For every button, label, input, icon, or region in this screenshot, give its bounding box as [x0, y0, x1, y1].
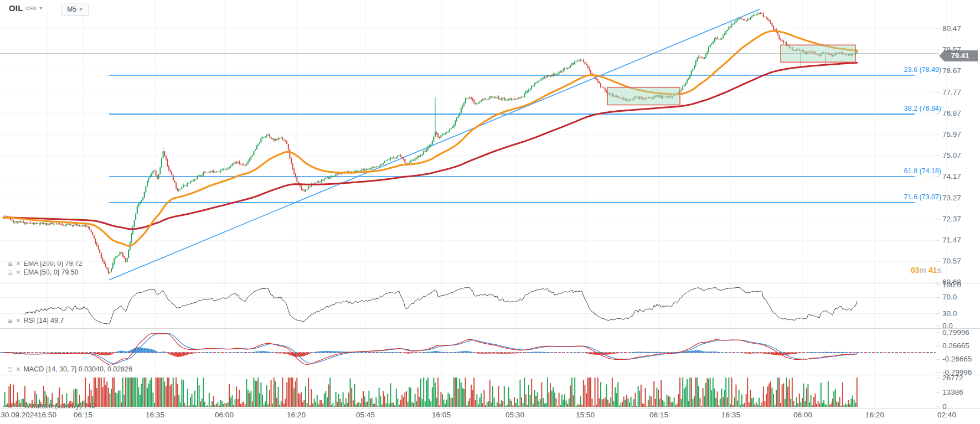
rsi-tick-label: 70.0	[942, 293, 957, 301]
chevron-down-icon: ▾	[39, 6, 42, 11]
chevron-down-icon: ▾	[80, 7, 82, 12]
time-tick-label: 16:50	[38, 411, 56, 419]
price-tick-label: 75.97	[942, 130, 961, 138]
market-type-label: CFD	[26, 6, 37, 11]
price-tick-label: 76.87	[942, 109, 961, 117]
symbol-name: OIL	[9, 3, 23, 13]
macd-tick-label: -0.26665	[942, 355, 972, 363]
time-tick-label: 16:35	[146, 411, 164, 419]
price-tick-label: 72.37	[942, 215, 961, 223]
macd-tick-label: 0.26665	[942, 342, 969, 350]
volume-tick-label: 0	[942, 402, 947, 411]
price-tick-label: 79.57	[942, 45, 961, 54]
volume-tick-label: 26772	[942, 374, 963, 382]
symbol-selector[interactable]: OIL CFD ▾	[9, 3, 42, 13]
chart-canvas[interactable]	[0, 0, 980, 424]
timer-seconds: 41	[929, 266, 937, 275]
price-tick-label: 75.07	[942, 151, 961, 159]
time-tick-label: 02:40	[937, 411, 956, 419]
price-tick-label: 78.67	[942, 66, 961, 75]
price-tick-label: 73.27	[942, 194, 961, 202]
time-tick-label: 05:30	[506, 411, 524, 419]
time-tick-label: 30.09.2024	[1, 411, 38, 419]
time-tick-label: 05:45	[356, 411, 375, 419]
timer-minutes: 03	[911, 266, 920, 275]
time-tick-label: 06:15	[74, 411, 92, 419]
rsi-tick-label: 30.0	[942, 309, 957, 318]
time-tick-label: 06:00	[215, 411, 234, 419]
time-tick-label: 15:50	[576, 411, 595, 419]
timer-minutes-unit: m	[919, 266, 926, 275]
fib-level-label: 61.8 (74.18)	[853, 167, 941, 175]
time-tick-label: 16:20	[865, 411, 884, 419]
time-tick-label: 16:20	[287, 411, 306, 419]
timeframe-selector[interactable]: M5 ▾	[61, 3, 89, 16]
time-tick-label: 16:05	[432, 411, 451, 419]
candlesticks	[3, 12, 858, 275]
rsi-tick-label: 100.0	[942, 281, 961, 289]
trading-chart-window: OIL CFD ▾ M5 ▾ ≣ ✕ EMA [200, 0] 79.72 ≣ …	[0, 0, 980, 424]
timeframe-value: M5	[67, 6, 76, 13]
price-tick-label: 77.77	[942, 88, 961, 96]
fib-level-label: 71.6 (73.07)	[853, 193, 941, 201]
timer-seconds-unit: s	[937, 266, 941, 275]
price-tick-label: 74.17	[942, 172, 961, 180]
price-tick-label: 70.57	[942, 257, 961, 265]
price-tick-label: 71.47	[942, 236, 961, 244]
candle-countdown-timer: 03m 41s	[853, 266, 941, 275]
time-tick-label: 16:35	[721, 411, 740, 419]
time-tick-label: 06:00	[793, 411, 812, 419]
time-tick-label: 06:15	[649, 411, 668, 419]
fib-level-label: 23.6 (78.49)	[853, 66, 941, 74]
fib-level-label: 38.2 (76.84)	[853, 105, 941, 112]
macd-tick-label: 0.79996	[942, 328, 969, 337]
volume-tick-label: 13386	[942, 388, 963, 396]
price-tick-label: 80.47	[942, 24, 961, 33]
